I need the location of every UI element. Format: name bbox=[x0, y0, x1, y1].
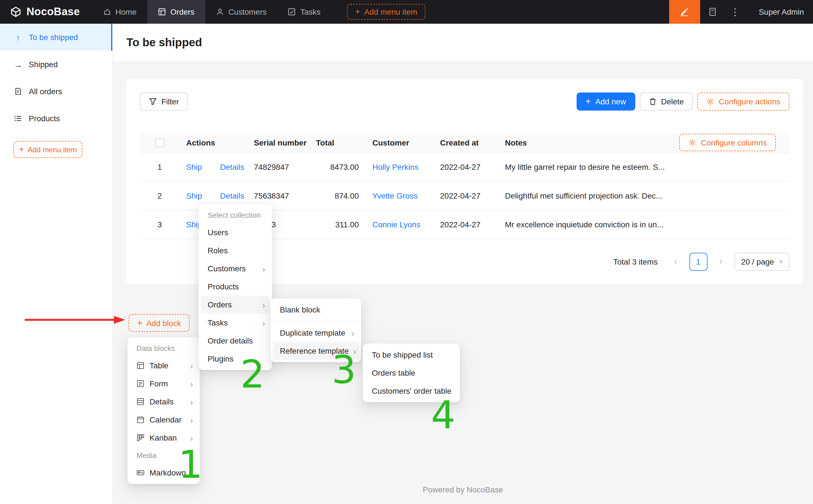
chevron-right-icon: › bbox=[190, 361, 193, 370]
page-size-select[interactable]: 20 / page ▾ bbox=[734, 252, 789, 270]
customer-link[interactable]: Yvette Gross bbox=[372, 191, 418, 200]
delete-button[interactable]: Delete bbox=[640, 93, 693, 111]
sidebar-item-label: Products bbox=[29, 114, 60, 123]
menu-item-label: Order details bbox=[208, 336, 265, 345]
annotation-arrow bbox=[25, 315, 128, 325]
details-link[interactable]: Details bbox=[220, 191, 244, 200]
details-block-icon bbox=[137, 398, 145, 406]
table-block-icon bbox=[137, 362, 145, 369]
filter-button[interactable]: Filter bbox=[140, 93, 188, 111]
annotation-step-4: 4 bbox=[431, 396, 456, 434]
nav-item-tasks[interactable]: Tasks bbox=[277, 0, 331, 24]
notes-cell: Mr excellence inquietude conviction is i… bbox=[498, 210, 789, 239]
powered-by: Powered by NocoBase bbox=[113, 485, 813, 494]
menu-item-label: Orders bbox=[208, 300, 258, 309]
select-all-header bbox=[140, 133, 179, 152]
menu-item-duplicate-template[interactable]: Duplicate template › bbox=[273, 324, 359, 342]
annotation-step-2: 2 bbox=[240, 355, 265, 394]
menu-item-roles[interactable]: Roles bbox=[201, 241, 270, 259]
menu-item-details[interactable]: Details › bbox=[130, 393, 197, 411]
sidebar-add-menu-item-button[interactable]: + Add menu item bbox=[14, 141, 82, 158]
nav-item-customers[interactable]: Customers bbox=[205, 0, 277, 24]
nav-item-orders[interactable]: Orders bbox=[147, 0, 205, 24]
menu-item-to-be-shipped-list[interactable]: To be shipped list bbox=[365, 346, 458, 364]
chevron-right-icon: › bbox=[190, 433, 193, 442]
user-menu[interactable]: Super Admin bbox=[745, 7, 813, 16]
menu-item-form[interactable]: Form › bbox=[130, 375, 197, 393]
filter-label: Filter bbox=[161, 97, 179, 106]
menu-item-label: Products bbox=[208, 282, 265, 291]
created-at-cell: 2022-04-27 bbox=[433, 181, 498, 210]
chevron-right-icon: › bbox=[719, 256, 722, 267]
menu-item-orders[interactable]: Orders › bbox=[201, 296, 270, 314]
table-row: 1 ShipDetails 74829847 8473.00 Holly Per… bbox=[140, 152, 789, 181]
plus-icon: + bbox=[137, 318, 142, 327]
row-index: 3 bbox=[140, 210, 179, 239]
col-total: Total bbox=[309, 133, 366, 152]
next-page-button[interactable]: › bbox=[712, 252, 730, 270]
menu-item-products[interactable]: Products bbox=[201, 278, 270, 296]
created-at-cell: 2022-04-27 bbox=[433, 152, 498, 181]
page-1-button[interactable]: 1 bbox=[689, 252, 707, 270]
menu-item-calendar[interactable]: Calendar › bbox=[130, 411, 197, 429]
sidebar-item-shipped[interactable]: → Shipped bbox=[0, 51, 112, 78]
customer-cell: Holly Perkins bbox=[366, 152, 433, 181]
add-block-label: Add block bbox=[146, 318, 181, 327]
ship-link[interactable]: Ship bbox=[186, 191, 202, 200]
prev-page-button[interactable]: ‹ bbox=[667, 252, 685, 270]
details-link[interactable]: Details bbox=[220, 162, 244, 171]
menu-item-label: Customers bbox=[208, 264, 258, 273]
select-all-checkbox[interactable] bbox=[155, 138, 164, 148]
menu-item-order-details[interactable]: Order details bbox=[201, 332, 270, 350]
calculator-button[interactable] bbox=[700, 0, 725, 24]
more-menu-button[interactable]: ⋮ bbox=[725, 0, 745, 24]
topnav: NocoBase Home Orders Customers Tasks bbox=[0, 0, 813, 24]
sidebar: ↑ To be shipped → Shipped All orders Pro… bbox=[0, 24, 113, 504]
topnav-right: ⋮ Super Admin bbox=[669, 0, 813, 24]
row-actions: ShipDetails bbox=[179, 152, 247, 181]
menu-item-users[interactable]: Users bbox=[201, 223, 270, 241]
nocobase-logo[interactable]: NocoBase bbox=[0, 6, 92, 18]
up-arrow-icon: ↑ bbox=[14, 32, 23, 42]
configure-actions-button[interactable]: Configure actions bbox=[697, 93, 789, 111]
menu-item-customers[interactable]: Customers › bbox=[201, 259, 270, 278]
gear-icon bbox=[706, 98, 714, 105]
total-cell: 311.00 bbox=[309, 210, 366, 239]
ship-link[interactable]: Ship bbox=[186, 162, 202, 171]
menu-item-orders-table[interactable]: Orders table bbox=[365, 364, 458, 382]
markdown-block-icon bbox=[137, 469, 145, 477]
sidebar-item-label: All orders bbox=[29, 87, 62, 96]
menu-item-label: Calendar bbox=[150, 415, 186, 424]
nav-item-home[interactable]: Home bbox=[92, 0, 147, 24]
menu-item-table[interactable]: Table › bbox=[130, 356, 197, 375]
body-row: ↑ To be shipped → Shipped All orders Pro… bbox=[0, 24, 813, 504]
sidebar-item-label: To be shipped bbox=[29, 33, 78, 42]
notes-cell: Delightful met sufficient projection ask… bbox=[498, 181, 789, 210]
menu-item-label: Users bbox=[208, 228, 265, 237]
sidebar-item-products[interactable]: Products bbox=[0, 105, 112, 132]
menu-item-blank-block[interactable]: Blank block bbox=[273, 301, 359, 319]
menu-item-label: To be shipped list bbox=[372, 350, 453, 359]
plus-icon: + bbox=[586, 97, 591, 106]
menu-group-label: Data blocks bbox=[130, 340, 197, 356]
customer-link[interactable]: Holly Perkins bbox=[372, 162, 418, 171]
filter-icon bbox=[149, 98, 157, 105]
sidebar-item-all-orders[interactable]: All orders bbox=[0, 78, 112, 105]
nav-item-label: Orders bbox=[170, 7, 195, 16]
sidebar-item-to-be-shipped[interactable]: ↑ To be shipped bbox=[0, 24, 112, 51]
tasks-icon bbox=[288, 8, 296, 16]
configure-columns-button[interactable]: Configure columns bbox=[680, 134, 776, 151]
add-block-button[interactable]: + Add block bbox=[129, 314, 190, 332]
home-icon bbox=[103, 8, 111, 16]
nav-item-label: Customers bbox=[228, 7, 266, 16]
calculator-icon bbox=[708, 7, 717, 16]
customers-icon bbox=[216, 8, 224, 16]
customer-link[interactable]: Connie Lyons bbox=[372, 220, 420, 229]
annotation-step-3: 3 bbox=[332, 351, 356, 389]
collection-menu: Select collection Users Roles Customers … bbox=[199, 204, 272, 370]
menu-item-tasks[interactable]: Tasks › bbox=[201, 314, 270, 332]
ui-editor-button[interactable] bbox=[669, 0, 700, 24]
chevron-right-icon: › bbox=[351, 329, 354, 337]
add-new-button[interactable]: + Add new bbox=[577, 93, 635, 111]
topnav-add-menu-item-button[interactable]: + Add menu item bbox=[347, 4, 425, 20]
